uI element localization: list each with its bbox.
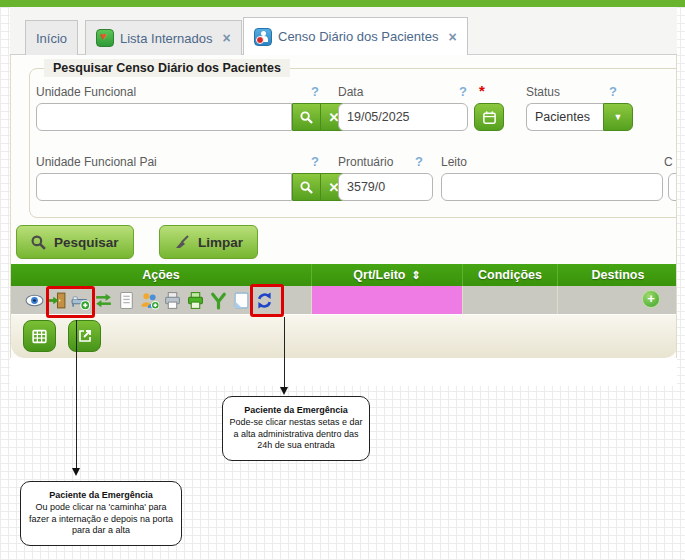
- highlight-refresh-icon: [250, 284, 284, 317]
- qrt-leito-cell[interactable]: [312, 286, 463, 314]
- record-document-icon[interactable]: [117, 291, 136, 310]
- tab-inicio[interactable]: Início: [25, 20, 78, 55]
- external-link-icon: [77, 328, 93, 344]
- annotation-arrowhead: [280, 387, 288, 395]
- status-select[interactable]: Pacientes ▼: [526, 103, 633, 131]
- merge-y-icon[interactable]: [209, 291, 228, 310]
- help-icon[interactable]: ?: [609, 84, 617, 99]
- tab-lista-internados[interactable]: ♥ Lista Internados ×: [85, 20, 242, 55]
- limpar-label: Limpar: [198, 235, 243, 250]
- status-label: Status: [526, 85, 560, 99]
- transfer-arrows-icon[interactable]: [94, 291, 113, 310]
- table-row: +: [11, 286, 677, 314]
- leito-input[interactable]: [441, 173, 663, 201]
- limpar-button[interactable]: Limpar: [159, 225, 258, 259]
- destinos-cell: +: [558, 286, 677, 314]
- broom-icon: [174, 234, 190, 250]
- pesquisar-label: Pesquisar: [54, 235, 119, 250]
- tab-label: Lista Internados: [120, 31, 213, 46]
- help-icon[interactable]: ?: [415, 154, 423, 169]
- data-label: Data: [338, 85, 363, 99]
- censo-panel: Pesquisar Censo Diário dos Pacientes Uni…: [10, 55, 677, 358]
- unidade-funcional-input[interactable]: [36, 103, 292, 131]
- unidade-funcional-pai-input[interactable]: [36, 173, 292, 201]
- required-asterisk: *: [479, 82, 485, 99]
- printer-icon[interactable]: [163, 291, 182, 310]
- search-lookup-icon[interactable]: [293, 104, 320, 130]
- annotation-arrowhead: [72, 468, 80, 476]
- calendar-icon: [482, 110, 497, 125]
- magnifier-icon: [300, 111, 313, 124]
- tab-censo-diario[interactable]: Censo Diário dos Pacientes ×: [243, 17, 468, 55]
- expand-window-button[interactable]: [68, 320, 101, 352]
- screenshot-stage: Início ♥ Lista Internados × Censo Diário…: [0, 0, 685, 560]
- fieldset-legend: Pesquisar Censo Diário dos Pacientes: [44, 59, 290, 77]
- table-header: Ações Qrt/Leito ⇕ Condições Destinos: [11, 264, 677, 286]
- status-selected-value: Pacientes: [526, 103, 603, 131]
- cropped-field-label: C: [664, 155, 673, 169]
- prontuario-label: Prontuário: [338, 155, 393, 169]
- annotation-arrow-line: [284, 317, 285, 387]
- callout-title: Paciente da Emergência: [229, 405, 363, 415]
- column-condicoes: Condições: [463, 264, 558, 286]
- tab-label: Censo Diário dos Pacientes: [278, 29, 438, 44]
- magnifier-icon: [31, 235, 46, 250]
- column-destinos: Destinos: [558, 264, 677, 286]
- column-label: Condições: [478, 268, 542, 282]
- tab-label: Início: [36, 31, 67, 46]
- prontuario-input[interactable]: [338, 173, 433, 201]
- callout-body: Pode-se clicar nestas setas e dar a alta…: [229, 417, 363, 452]
- patient-list-heart-icon: ♥: [96, 29, 114, 47]
- chevron-down-icon: ▼: [603, 103, 633, 131]
- column-acoes: Ações: [11, 264, 312, 286]
- close-icon[interactable]: ×: [223, 30, 231, 46]
- close-icon[interactable]: ×: [448, 29, 456, 45]
- data-input[interactable]: [338, 103, 468, 131]
- annotation-arrow-line: [76, 320, 77, 468]
- help-icon[interactable]: ?: [311, 154, 319, 169]
- grid-icon: [31, 328, 48, 345]
- add-patient-icon[interactable]: [140, 291, 159, 310]
- census-person-badge-icon: [254, 28, 272, 46]
- sort-icon[interactable]: ⇕: [411, 269, 420, 282]
- search-lookup-icon[interactable]: [293, 174, 320, 200]
- leito-label: Leito: [441, 155, 467, 169]
- condicoes-cell: [463, 286, 558, 314]
- tab-strip: Início ♥ Lista Internados × Censo Diário…: [10, 7, 677, 55]
- printer-green-icon[interactable]: [186, 291, 205, 310]
- cropped-field-input[interactable]: [668, 173, 677, 201]
- callout-refresh: Paciente da Emergência Pode-se clicar ne…: [222, 396, 370, 461]
- unidade-funcional-pai-label: Unidade Funcional Pai: [36, 155, 157, 169]
- help-icon[interactable]: ?: [459, 84, 467, 99]
- report-page-icon[interactable]: [232, 291, 251, 310]
- background-band: [10, 358, 677, 386]
- panel-footer: [11, 315, 677, 358]
- column-label: Destinos: [592, 268, 645, 282]
- highlight-door-bed-icons: [46, 286, 95, 318]
- pesquisar-button[interactable]: Pesquisar: [16, 225, 134, 259]
- unidade-funcional-label: Unidade Funcional: [36, 85, 136, 99]
- callout-title: Paciente da Emergência: [27, 490, 175, 500]
- grid-view-button[interactable]: [23, 320, 56, 352]
- column-label: Ações: [142, 268, 180, 282]
- column-qrt-leito[interactable]: Qrt/Leito ⇕: [312, 264, 463, 286]
- callout-body: Ou pode clicar na 'caminha' para fazer a…: [27, 502, 175, 537]
- column-label: Qrt/Leito: [353, 268, 405, 282]
- top-accent-bar: [0, 0, 685, 7]
- view-eye-icon[interactable]: [25, 291, 44, 310]
- magnifier-icon: [300, 181, 313, 194]
- calendar-button[interactable]: [474, 103, 504, 131]
- help-icon[interactable]: ?: [311, 84, 319, 99]
- callout-door-bed: Paciente da Emergência Ou pode clicar na…: [20, 481, 182, 546]
- add-destination-button[interactable]: +: [642, 290, 660, 308]
